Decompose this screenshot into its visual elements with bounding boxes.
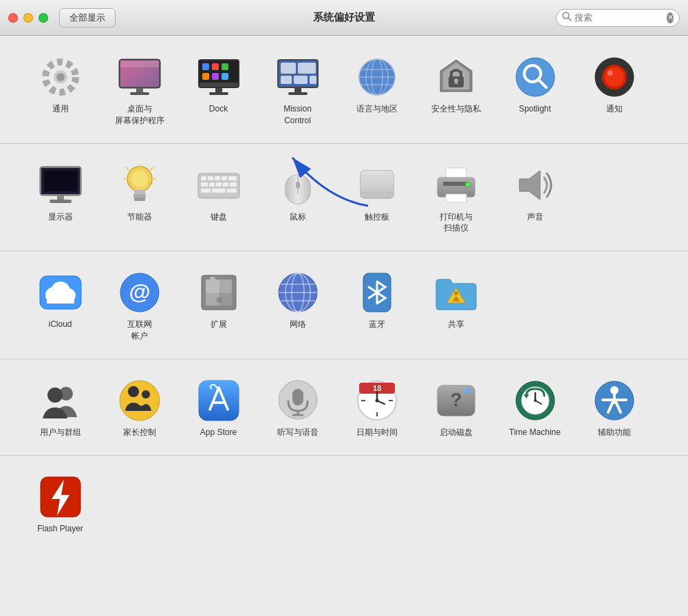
search-input[interactable] bbox=[574, 12, 664, 23]
icons-grid-personal: 通用 bbox=[21, 50, 667, 132]
svg-rect-9 bbox=[120, 61, 159, 67]
energy-icon bbox=[118, 163, 162, 207]
pref-appstore[interactable]: App Store bbox=[179, 373, 258, 444]
icloud-label: iCloud bbox=[48, 319, 72, 330]
sharing-icon bbox=[434, 270, 478, 315]
sound-icon bbox=[513, 163, 557, 207]
keyboard-label: 键盘 bbox=[211, 211, 227, 223]
minimize-button[interactable] bbox=[23, 13, 33, 23]
icons-grid-internet: iCloud @ 互联网帐户 bbox=[21, 265, 667, 348]
svg-rect-30 bbox=[294, 88, 301, 92]
section-internet: iCloud @ 互联网帐户 bbox=[0, 251, 688, 359]
close-button[interactable] bbox=[8, 13, 18, 23]
dictation-label: 听写与语音 bbox=[277, 427, 319, 438]
svg-rect-27 bbox=[281, 76, 292, 84]
pref-trackpad[interactable]: 触控板 bbox=[337, 158, 416, 229]
pref-parental[interactable]: 家长控制 bbox=[100, 373, 179, 444]
pref-notification[interactable]: 通知 bbox=[574, 50, 654, 120]
pref-timemachine[interactable]: Time Machine bbox=[495, 373, 574, 444]
svg-rect-69 bbox=[222, 176, 227, 180]
pref-extensions[interactable]: 扩展 bbox=[179, 265, 258, 336]
sections-wrapper: 通用 bbox=[0, 36, 688, 551]
timemachine-label: Time Machine bbox=[509, 427, 561, 438]
pref-network[interactable]: 网络 bbox=[258, 265, 337, 336]
svg-rect-59 bbox=[134, 198, 145, 201]
pref-energy[interactable]: 节能器 bbox=[100, 158, 179, 229]
pref-startup[interactable]: ? 启动磁盘 bbox=[416, 373, 495, 444]
svg-rect-57 bbox=[134, 190, 145, 194]
svg-point-117 bbox=[454, 291, 458, 295]
icons-grid-other: Flash Player bbox=[21, 469, 667, 540]
flash-icon bbox=[39, 475, 83, 519]
pref-desktop[interactable]: 桌面与屏幕保护程序 bbox=[100, 50, 179, 132]
svg-rect-17 bbox=[202, 73, 209, 80]
general-label: 通用 bbox=[52, 103, 69, 115]
svg-point-93 bbox=[466, 183, 469, 186]
pref-users[interactable]: 用户与群组 bbox=[21, 373, 100, 444]
display-label: 显示器 bbox=[48, 211, 73, 223]
pref-security[interactable]: 安全性与隐私 bbox=[416, 50, 495, 120]
svg-point-120 bbox=[120, 381, 160, 421]
window-title: 系统偏好设置 bbox=[313, 11, 375, 24]
pref-language[interactable]: 语言与地区 bbox=[337, 50, 416, 120]
internet-icon: @ bbox=[118, 270, 162, 315]
general-icon bbox=[39, 55, 83, 99]
svg-rect-127 bbox=[292, 389, 303, 405]
sharing-label: 共享 bbox=[448, 319, 464, 330]
svg-point-104 bbox=[210, 277, 215, 282]
svg-rect-29 bbox=[310, 76, 316, 84]
network-icon bbox=[276, 270, 320, 315]
pref-sharing[interactable]: 共享 bbox=[416, 265, 495, 336]
section-personal: 通用 bbox=[0, 36, 688, 144]
pref-bluetooth[interactable]: 蓝牙 bbox=[337, 265, 416, 336]
titlebar: 全部显示 系统偏好设置 ✕ bbox=[0, 0, 688, 36]
svg-rect-10 bbox=[136, 88, 143, 92]
svg-rect-16 bbox=[222, 63, 228, 70]
users-icon bbox=[39, 379, 83, 423]
pref-datetime[interactable]: 18 日期与时间 bbox=[337, 373, 416, 444]
language-icon bbox=[355, 55, 399, 99]
svg-rect-26 bbox=[298, 63, 316, 74]
search-clear-button[interactable]: ✕ bbox=[667, 12, 674, 23]
pref-display[interactable]: 显示器 bbox=[21, 158, 100, 229]
svg-rect-11 bbox=[130, 92, 149, 95]
parental-icon bbox=[118, 379, 162, 423]
pref-flash[interactable]: Flash Player bbox=[21, 469, 100, 540]
pref-keyboard[interactable]: 键盘 bbox=[179, 158, 258, 229]
svg-rect-22 bbox=[209, 92, 228, 95]
keyboard-icon bbox=[197, 163, 241, 207]
traffic-lights bbox=[8, 13, 48, 23]
sound-label: 声音 bbox=[527, 211, 544, 223]
svg-point-56 bbox=[131, 171, 148, 187]
svg-point-143 bbox=[465, 388, 471, 394]
mission-label: MissionControl bbox=[283, 103, 312, 127]
appstore-label: App Store bbox=[200, 427, 237, 438]
pref-mouse[interactable]: 鼠标 bbox=[258, 158, 337, 229]
pref-internet[interactable]: @ 互联网帐户 bbox=[100, 265, 179, 348]
svg-point-109 bbox=[217, 297, 222, 303]
svg-rect-66 bbox=[201, 176, 206, 180]
svg-rect-41 bbox=[455, 81, 458, 84]
svg-rect-72 bbox=[209, 182, 215, 187]
pref-dictation[interactable]: 听写与语音 bbox=[258, 373, 337, 444]
pref-mission[interactable]: MissionControl bbox=[258, 50, 337, 132]
pref-dock[interactable]: Dock bbox=[179, 50, 258, 120]
svg-rect-25 bbox=[281, 63, 296, 74]
pref-icloud[interactable]: iCloud bbox=[21, 265, 100, 336]
pref-general[interactable]: 通用 bbox=[21, 50, 100, 120]
appstore-icon bbox=[197, 379, 241, 423]
zoom-button[interactable] bbox=[39, 13, 48, 23]
svg-rect-14 bbox=[202, 63, 209, 70]
pref-printer[interactable]: 打印机与扫描仪 bbox=[416, 158, 495, 240]
timemachine-icon bbox=[513, 379, 557, 423]
startup-label: 启动磁盘 bbox=[440, 427, 473, 438]
pref-spotlight[interactable]: Spotlight bbox=[495, 50, 574, 120]
svg-line-61 bbox=[126, 167, 129, 170]
datetime-label: 日期与时间 bbox=[356, 427, 398, 438]
svg-rect-85 bbox=[361, 171, 394, 198]
pref-accessibility[interactable]: 辅助功能 bbox=[574, 373, 654, 444]
mouse-label: 鼠标 bbox=[290, 211, 306, 223]
pref-sound[interactable]: 声音 bbox=[495, 158, 574, 229]
svg-rect-67 bbox=[208, 176, 213, 180]
show-all-button[interactable]: 全部显示 bbox=[59, 8, 116, 28]
